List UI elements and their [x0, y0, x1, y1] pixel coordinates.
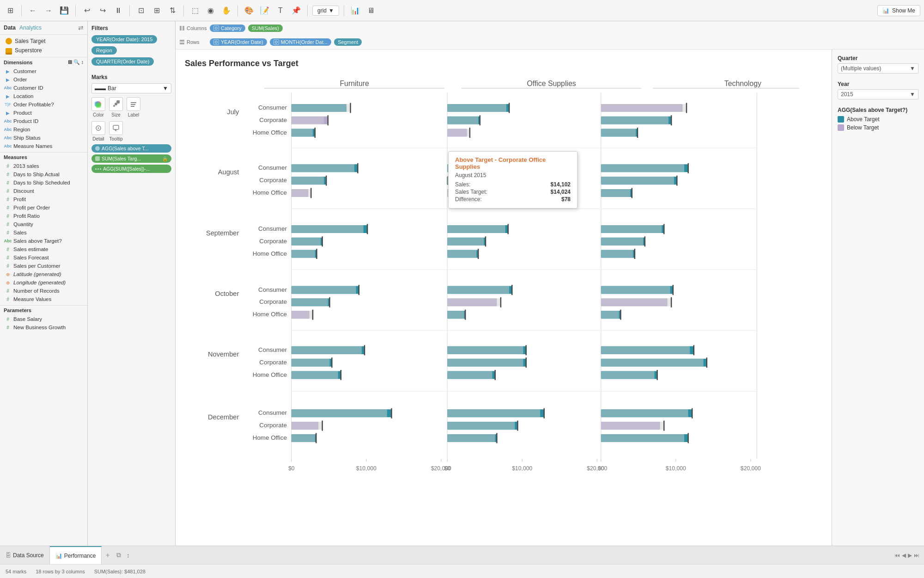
- marks-type-selector[interactable]: ▬▬ Bar ▼: [91, 83, 171, 93]
- meas-measure-values[interactable]: # Measure Values: [4, 295, 84, 303]
- lasso-tool[interactable]: ◉: [204, 4, 217, 17]
- color-control[interactable]: Color: [91, 97, 105, 117]
- pause-button[interactable]: ⏸: [112, 4, 125, 17]
- tab-data-source[interactable]: 🗄 Data Source: [0, 546, 50, 564]
- chart-icon: 📊: [55, 553, 62, 559]
- dim-ship-status[interactable]: Abc Ship Status: [4, 134, 84, 142]
- bar-chart-icon[interactable]: 📊: [349, 4, 362, 17]
- dim-customer[interactable]: ▶ Customer: [4, 67, 84, 75]
- legend-below-target[interactable]: Below Target: [838, 124, 918, 131]
- save-button[interactable]: 💾: [58, 4, 71, 17]
- pan-tool[interactable]: ✋: [220, 4, 233, 17]
- col-pill-sales[interactable]: SUM(Sales): [248, 25, 283, 32]
- dimensions-grid-icon[interactable]: ⊞: [68, 59, 72, 65]
- dim-order-profitable[interactable]: T|F Order Profitable?: [4, 100, 84, 109]
- redo-button[interactable]: ↪: [96, 4, 109, 17]
- forward-button[interactable]: →: [42, 4, 55, 17]
- add-tab-button[interactable]: +: [102, 551, 113, 560]
- datasource-superstore[interactable]: Superstore: [4, 46, 84, 55]
- copy-tab-button[interactable]: ⧉: [114, 551, 124, 559]
- sidebar-expand-icon[interactable]: ⇄: [78, 24, 84, 31]
- nav-last[interactable]: ⏭: [914, 552, 919, 559]
- bar-july-homeoffice-t-target: [601, 129, 636, 137]
- meas-sales-per-customer[interactable]: # Sales per Customer: [4, 262, 84, 270]
- hash-icon-7: #: [5, 213, 11, 219]
- filter-region[interactable]: Region: [91, 46, 117, 55]
- size-control[interactable]: Size: [109, 97, 123, 117]
- pin-tool[interactable]: 📌: [290, 4, 303, 17]
- monitor-icon[interactable]: 🖥: [365, 4, 377, 17]
- dim-location[interactable]: ▶ Location: [4, 92, 84, 100]
- meas-latitude[interactable]: ⊕ Latitude (generated): [4, 270, 84, 278]
- row-pill-segment[interactable]: Segment: [334, 38, 362, 46]
- quarter-value-selector[interactable]: (Multiple values) ▼: [838, 63, 918, 74]
- bar-oct-corporate-f-target-bg: [292, 298, 328, 306]
- tab-performance[interactable]: 📊 Performance: [50, 546, 102, 564]
- fit-button[interactable]: ⊡: [134, 4, 147, 17]
- select-tool[interactable]: ⬚: [188, 4, 201, 17]
- meas-sales-forecast[interactable]: # Sales Forecast: [4, 253, 84, 262]
- param-base-salary[interactable]: # Base Salary: [4, 315, 84, 323]
- label-control[interactable]: Label: [127, 97, 140, 117]
- meas-longitude[interactable]: ⊕ Longitude (generated): [4, 278, 84, 287]
- mark-pill-sum-sales[interactable]: SUM(Sales Targ... 🔒: [91, 154, 171, 163]
- dim-region[interactable]: Abc Region: [4, 125, 84, 134]
- meas-sales-above[interactable]: Abc Sales above Target?: [4, 237, 84, 245]
- dim-customer-id[interactable]: Abc Customer ID: [4, 84, 84, 92]
- meas-days-ship-scheduled[interactable]: # Days to Ship Scheduled: [4, 178, 84, 187]
- back-button[interactable]: ←: [26, 4, 39, 17]
- legend-above-target[interactable]: Above Target: [838, 116, 918, 123]
- status-bar: 54 marks 18 rows by 3 columns SUM(Sales)…: [0, 564, 924, 578]
- meas-num-records[interactable]: # Number of Records: [4, 287, 84, 295]
- filter-quarter[interactable]: QUARTER(Order Date): [91, 57, 154, 66]
- row-pill-year[interactable]: ⊙ YEAR(Order Date): [210, 38, 267, 46]
- seg-corporate-f3: Corporate: [259, 238, 287, 245]
- analytics-tab[interactable]: Analytics: [19, 25, 42, 31]
- param-new-business[interactable]: # New Business Growth: [4, 323, 84, 332]
- dim-measure-names[interactable]: Abc Measure Names: [4, 142, 84, 150]
- dim-product[interactable]: ▶ Product: [4, 109, 84, 117]
- meas-discount[interactable]: # Discount: [4, 187, 84, 195]
- col-pill-category[interactable]: ⊙ Category: [210, 25, 245, 32]
- annotation-tool[interactable]: 📝: [258, 4, 271, 17]
- meas-profit-ratio[interactable]: # Profit Ratio: [4, 212, 84, 220]
- datasource-sales-target[interactable]: Sales Target: [4, 37, 84, 46]
- nav-first[interactable]: ⏮: [894, 552, 900, 559]
- x-axis-o-0: $0: [444, 465, 450, 472]
- month-july: July: [227, 108, 239, 116]
- row-pill-month[interactable]: ⊙ MONTH(Order Dat...: [270, 38, 331, 46]
- grid-icon[interactable]: ⊞: [4, 4, 17, 17]
- meas-sales-estimate[interactable]: # Sales estimate: [4, 245, 84, 253]
- meas-days-ship-actual[interactable]: # Days to Ship Actual: [4, 170, 84, 178]
- text-tool[interactable]: T: [274, 4, 287, 17]
- tooltip-diff-row: Difference: $78: [455, 196, 571, 203]
- mark-pill-label-2: SUM(Sales Targ...: [102, 156, 141, 161]
- dimensions-search-icon[interactable]: 🔍: [73, 59, 80, 65]
- dimensions-sort-icon[interactable]: ↕: [81, 59, 84, 65]
- mark-pill-agg-sum[interactable]: AGG(SUM([Sales])-...: [91, 165, 171, 173]
- meas-quantity[interactable]: # Quantity: [4, 220, 84, 228]
- show-me-button[interactable]: 📊 Show Me: [877, 5, 920, 16]
- nav-prev[interactable]: ◀: [902, 552, 906, 559]
- color-tool[interactable]: 🎨: [243, 4, 255, 17]
- detail-control[interactable]: Detail: [91, 121, 105, 141]
- dim-product-id[interactable]: Abc Product ID: [4, 117, 84, 125]
- seg-homeoffice-f4: Home Office: [253, 311, 287, 318]
- table-button[interactable]: ⊞: [150, 4, 163, 17]
- meas-profit-per-order[interactable]: # Profit per Order: [4, 203, 84, 212]
- swap-button[interactable]: ⇅: [166, 4, 179, 17]
- tooltip-control[interactable]: Tooltip: [109, 121, 123, 141]
- data-tab[interactable]: Data: [4, 25, 16, 31]
- sort-tab-button[interactable]: ↕: [124, 552, 133, 559]
- columns-shelf-label: Columns: [179, 25, 207, 31]
- meas-sales[interactable]: # Sales: [4, 228, 84, 237]
- dim-order[interactable]: ▶ Order: [4, 75, 84, 84]
- meas-profit[interactable]: # Profit: [4, 195, 84, 203]
- view-selector[interactable]: grid ▼: [312, 6, 339, 16]
- year-value-selector[interactable]: 2015 ▼: [838, 89, 918, 99]
- mark-pill-agg-sales[interactable]: AGG(Sales above T...: [91, 144, 171, 153]
- meas-2013-sales[interactable]: # 2013 sales: [4, 162, 84, 170]
- undo-button[interactable]: ↩: [80, 4, 93, 17]
- filter-year[interactable]: YEAR(Order Date): 2015: [91, 35, 157, 43]
- nav-next[interactable]: ▶: [908, 552, 912, 559]
